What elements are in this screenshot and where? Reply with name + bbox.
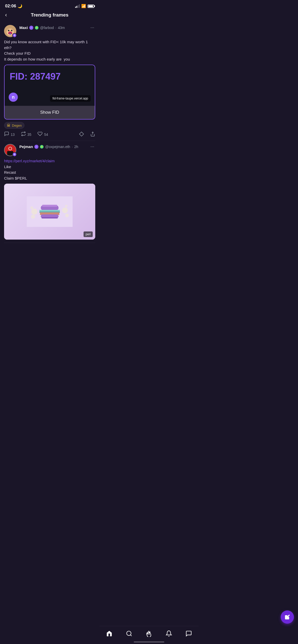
- wifi-icon: 📶: [81, 4, 86, 8]
- post-2-author-name: Pejman: [19, 144, 33, 149]
- post-2-pulse-icon: ⚡: [40, 145, 44, 149]
- degen-icon: 🏛: [7, 123, 10, 127]
- post-2-verified-badge: ✓: [34, 145, 38, 149]
- post-1: + Maxi ✓ ⚡ @farbod · 43m ··· Did you kno…: [4, 22, 95, 141]
- post-1-pulse-icon: ⚡: [35, 26, 38, 30]
- post-2-timeago: 2h: [74, 145, 78, 149]
- post-2-link[interactable]: https://perl.xyz/market/4/claim: [4, 159, 55, 163]
- frame-logo: n: [9, 93, 18, 102]
- post-2-frame-image[interactable]: perl: [4, 184, 95, 240]
- follow-button-1[interactable]: +: [12, 33, 17, 38]
- follow-button-2[interactable]: +: [12, 152, 17, 157]
- post-1-frame-content: FID: 287497 n fid-frame-taupe.vercel.app: [5, 65, 95, 106]
- page-title: Trending frames: [31, 12, 69, 18]
- post-1-avatar-wrap: +: [4, 25, 16, 37]
- show-fid-button[interactable]: Show FID: [5, 106, 95, 119]
- battery-icon: [88, 5, 94, 8]
- share-icon: [90, 131, 95, 137]
- svg-rect-27: [42, 217, 58, 218]
- post-1-header: + Maxi ✓ ⚡ @farbod · 43m ···: [4, 25, 95, 37]
- post-2-handle: @oxpejman.eth: [45, 145, 70, 149]
- post-1-verified-badge: ✓: [29, 26, 33, 30]
- signal-icon: [75, 4, 80, 8]
- recast-button-1[interactable]: 35: [21, 131, 32, 138]
- frame-url: fid-frame-taupe.vercel.app: [50, 95, 91, 102]
- post-1-timeago: 43m: [58, 26, 65, 30]
- post-1-actions: 13 35 54: [4, 131, 95, 138]
- page-header: ‹ Trending frames: [0, 10, 99, 22]
- heart-icon: [37, 131, 43, 138]
- post-2-more-button[interactable]: ···: [89, 144, 95, 149]
- svg-point-16: [31, 215, 35, 219]
- status-icons: 📶: [75, 4, 94, 8]
- svg-point-6: [11, 30, 12, 31]
- post-1-more-button[interactable]: ···: [89, 25, 95, 30]
- comment-button-1[interactable]: 13: [4, 131, 15, 138]
- post-1-meta: Maxi ✓ ⚡ @farbod · 43m ···: [19, 25, 95, 30]
- svg-point-20: [65, 205, 67, 207]
- recast-count-1: 35: [28, 133, 32, 137]
- post-2-frame-url: perl: [84, 231, 93, 237]
- svg-point-18: [62, 208, 68, 213]
- post-2-header: + Pejman ✓ ⚡ @oxpejman.eth · 2h ···: [4, 144, 95, 156]
- post-1-author-row: Maxi ✓ ⚡ @farbod · 43m ···: [19, 25, 95, 30]
- post-1-frame-card: FID: 287497 n fid-frame-taupe.vercel.app…: [4, 65, 95, 120]
- svg-point-13: [9, 147, 11, 150]
- post-2-time-dot: ·: [72, 145, 73, 149]
- post-1-text: Did you know account with FID< 10k may w…: [4, 39, 95, 62]
- post-2-avatar-wrap: +: [4, 144, 16, 156]
- comment-count-1: 13: [11, 133, 15, 137]
- post-1-handle: @farbod: [40, 26, 54, 30]
- post-2-text: https://perl.xyz/market/4/claim Like Rec…: [4, 158, 95, 181]
- post-2: + Pejman ✓ ⚡ @oxpejman.eth · 2h ··· http…: [4, 141, 95, 243]
- post-2-meta: Pejman ✓ ⚡ @oxpejman.eth · 2h ···: [19, 144, 95, 149]
- post-2-author-row: Pejman ✓ ⚡ @oxpejman.eth · 2h ···: [19, 144, 95, 149]
- like-count-1: 54: [44, 133, 48, 137]
- svg-point-19: [65, 214, 69, 217]
- post-2-frame-inner: perl: [4, 184, 95, 240]
- comment-icon: [4, 131, 9, 138]
- post-1-author-name: Maxi: [19, 25, 28, 30]
- svg-point-15: [31, 209, 37, 215]
- pixel-burger-svg: [27, 196, 73, 227]
- like-button-1[interactable]: 54: [37, 131, 48, 138]
- share-button-1[interactable]: [90, 131, 95, 137]
- status-time: 02:06: [5, 4, 16, 9]
- moon-icon: 🌙: [18, 4, 22, 8]
- feed: + Maxi ✓ ⚡ @farbod · 43m ··· Did you kno…: [0, 22, 99, 243]
- back-button[interactable]: ‹: [4, 11, 8, 19]
- svg-point-5: [8, 30, 9, 31]
- degen-tag[interactable]: 🏛 Degen: [4, 122, 24, 129]
- recast-icon: [21, 131, 26, 138]
- status-bar: 02:06 🌙 📶: [0, 0, 99, 10]
- svg-rect-22: [42, 205, 57, 207]
- degen-label: Degen: [12, 124, 22, 127]
- tip-button-1[interactable]: [79, 131, 84, 137]
- svg-marker-8: [79, 132, 84, 136]
- post-1-time: ·: [55, 26, 56, 30]
- svg-point-17: [30, 206, 33, 209]
- diamond-icon: [79, 131, 84, 137]
- fid-display: FID: 287497: [10, 71, 90, 82]
